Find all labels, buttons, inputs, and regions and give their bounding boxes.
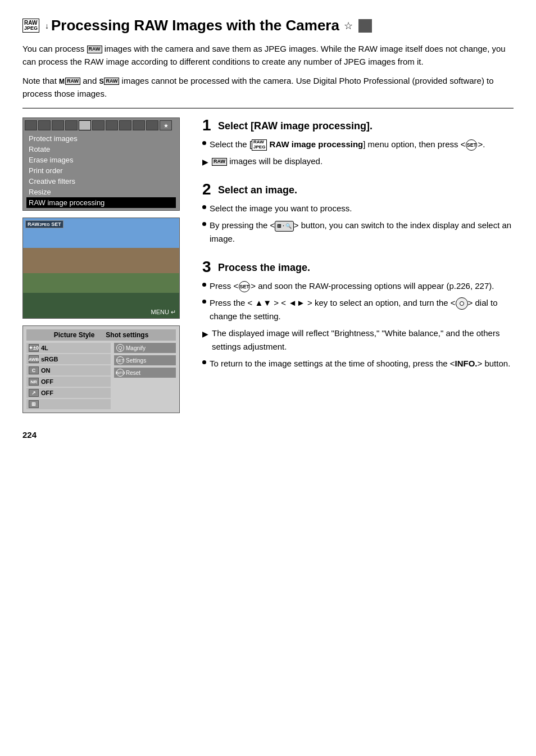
set-badge-process: SET (239, 281, 250, 292)
step-2-bullet-2: By pressing the <⊞·🔍> button, you can sw… (202, 219, 514, 246)
menu-icon-4 (65, 120, 78, 130)
page-title: Processing RAW Images with the Camera (51, 17, 339, 34)
settings-button[interactable]: SET Settings (114, 355, 176, 365)
step-1-bullet-1-text: Select the [RAWJPEG RAW image processing… (210, 138, 485, 151)
page-title-area: RAW JPEG ↓ Processing RAW Images with th… (22, 17, 514, 34)
menu-item-print[interactable]: Print order (26, 165, 176, 176)
step-1: 1 Select [RAW image processing]. Select … (202, 117, 514, 168)
image-bottom-icons: MENU ↵ (151, 309, 176, 316)
magnify-icon: Q (116, 344, 124, 352)
settings-label: Settings (126, 357, 146, 364)
setting-row-3: C ON (26, 365, 111, 375)
menu-icon-7 (106, 120, 118, 130)
step-3-header: 3 Process the image. (202, 259, 514, 275)
setting-icon-pic: C (29, 366, 39, 374)
step-3-bullet-1-text: Press <SET> and soon the RAW-processing … (210, 279, 494, 293)
step-2-bullet-2-text: By pressing the <⊞·🔍> button, you can sw… (210, 219, 514, 246)
set-badge: SET (466, 139, 477, 151)
raw-inline-badge-s: RAW (104, 78, 119, 85)
steps-column: 1 Select [RAW image processing]. Select … (202, 117, 514, 384)
step-1-bullet-1: Select the [RAWJPEG RAW image processing… (202, 138, 514, 151)
step-1-number: 1 (202, 117, 214, 133)
camera-image-screenshot: RAWJPEG SET MENU ↵ (22, 218, 180, 319)
camera-image-simulation (23, 218, 179, 318)
menu-items-list: Protect images Rotate Erase images Print… (23, 132, 179, 210)
step-3-bullet-2: Press the < ▲▼ > < ◄► > key to select an… (202, 296, 514, 323)
setting-icon-nr: NR (29, 378, 39, 386)
process-top-row: Picture Style Shot settings (26, 329, 176, 341)
bullet-dot (202, 222, 206, 226)
raw-inline-badge-m: RAW (65, 78, 80, 85)
menu-screenshot: ★ Protect images Rotate Erase images Pri… (22, 117, 180, 211)
step-3-bullet-1: Press <SET> and soon the RAW-processing … (202, 279, 514, 293)
star-icon: ☆ (344, 20, 353, 32)
step-1-body: Select the [RAWJPEG RAW image processing… (202, 138, 514, 168)
setting-row-6: ⊞ (26, 399, 111, 409)
settings-left-col: ✦±0 4L AWB sRGB C ON NR (26, 343, 111, 409)
info-badge: INFO. (455, 359, 478, 368)
menu-icon-2 (38, 120, 51, 130)
menu-icon-5-active (79, 120, 91, 130)
step-2-title: Select an image. (218, 182, 297, 197)
menu-icon-3 (52, 120, 64, 130)
bullet-dot (202, 141, 206, 145)
setting-icon-wb: AWB (29, 355, 39, 363)
setting-row-5: ↗ OFF (26, 388, 111, 398)
index-btn: ⊞·🔍 (275, 221, 294, 231)
title-decoration-box (358, 19, 372, 33)
raw-jpeg-top-badge: RAWJPEG SET (25, 220, 63, 228)
magnify-button[interactable]: Q Magnify (114, 343, 176, 353)
setting-row-1: ✦±0 4L (26, 343, 111, 353)
step-1-title: Select [RAW image processing]. (218, 117, 373, 133)
step-3-bullet-3-text: To return to the image settings at the t… (210, 357, 510, 370)
step-3-title: Process the image. (218, 259, 310, 274)
menu-item-erase[interactable]: Erase images (26, 155, 176, 165)
arrow-icon: ▶ (202, 156, 208, 168)
setting-value-1: 4L (41, 345, 48, 351)
magnify-label: Magnify (126, 345, 146, 351)
process-screenshot: Picture Style Shot settings ✦±0 4L AWB s… (22, 325, 180, 413)
settings-right-col: Q Magnify SET Settings INFO Reset (114, 343, 176, 409)
raw-inline-badge: RAW (87, 46, 102, 53)
arrow-icon: ▶ (202, 328, 208, 340)
jpeg-label: JPEG (24, 26, 38, 31)
raw-jpeg-badge: RAW JPEG (22, 19, 39, 33)
step-3-arrow-1: ▶ The displayed image will reflect "Brig… (202, 327, 514, 354)
setting-icon-exposure: ✦±0 (29, 344, 39, 352)
section-divider (22, 108, 514, 108)
menu-item-rotate[interactable]: Rotate (26, 144, 176, 155)
step-3-arrow-1-text: The displayed image will reflect "Bright… (212, 327, 514, 354)
step-1-header: 1 Select [RAW image processing]. (202, 117, 514, 133)
menu-item-protect[interactable]: Protect images (26, 133, 176, 144)
m-letter: M (59, 78, 65, 85)
step-1-arrow-1: ▶ RAW images will be displayed. (202, 155, 514, 168)
intro-paragraph-1: You can process RAW images with the came… (22, 42, 514, 69)
menu-item-resize[interactable]: Resize (26, 187, 176, 197)
setting-row-2: AWB sRGB (26, 354, 111, 364)
step-3-bullet-3: To return to the image settings at the t… (202, 357, 514, 370)
step-2-body: Select the image you want to process. By… (202, 202, 514, 246)
menu-icons-row: ★ (23, 118, 179, 132)
step-2-bullet-1-text: Select the image you want to process. (210, 202, 352, 215)
setting-row-4: NR OFF (26, 377, 111, 387)
setting-value-wb: sRGB (41, 356, 58, 363)
step-2: 2 Select an image. Select the image you … (202, 182, 514, 246)
step-2-bullet-1: Select the image you want to process. (202, 202, 514, 215)
bullet-dot (202, 283, 206, 287)
set-icon: SET (116, 356, 124, 364)
menu-icon-1 (25, 120, 37, 130)
menu-icon-8 (119, 120, 131, 130)
setting-icon-misc: ⊞ (29, 400, 39, 408)
setting-value-lens: OFF (41, 390, 53, 396)
menu-item-raw[interactable]: RAW image processing (26, 197, 176, 208)
menu-icon-6 (92, 120, 105, 130)
info-icon: INFO (116, 369, 124, 377)
reset-button[interactable]: INFO Reset (114, 368, 176, 378)
step-3: 3 Process the image. Press <SET> and soo… (202, 259, 514, 370)
raw-badge-arrow: RAW (212, 158, 227, 166)
process-settings-grid: ✦±0 4L AWB sRGB C ON NR (26, 343, 176, 409)
intro-paragraph-2: Note that MRAW and SRAW images cannot be… (22, 74, 514, 101)
step-3-body: Press <SET> and soon the RAW-processing … (202, 279, 514, 370)
bullet-dot (202, 360, 206, 364)
menu-item-creative[interactable]: Creative filters (26, 176, 176, 187)
